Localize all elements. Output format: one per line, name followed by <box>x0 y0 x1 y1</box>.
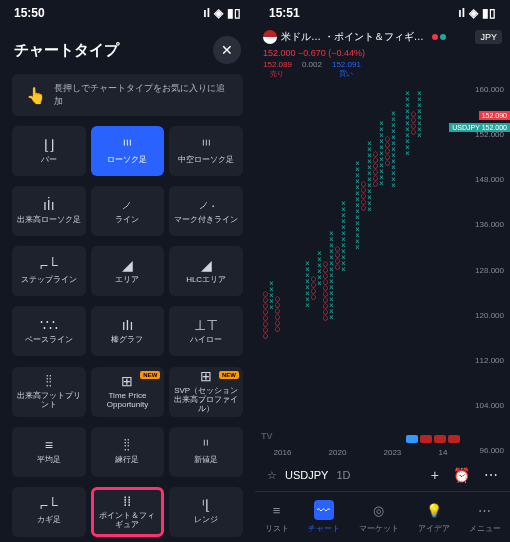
chart-type-11[interactable]: ⊥⊤ハイロー <box>169 306 243 356</box>
chart-type-2[interactable]: ᴵᴵᴵ中空ローソク足 <box>169 126 243 176</box>
type-icon: ≡ <box>45 438 53 452</box>
chart-type-7[interactable]: ◢エリア <box>91 246 165 296</box>
status-bar: 15:51 ıl◈▮▯ <box>255 0 510 26</box>
close-icon: ✕ <box>221 42 233 58</box>
sell-quote[interactable]: 152.089売り <box>263 60 292 79</box>
hint-banner: 👆 長押しでチャートタイプをお気に入りに追加 <box>12 74 243 116</box>
hint-text: 長押しでチャートタイプをお気に入りに追加 <box>54 82 229 108</box>
type-label: HLCエリア <box>184 276 228 285</box>
type-label: 練行足 <box>113 456 141 465</box>
flag-badges <box>406 435 460 443</box>
y-tick: 128.000 <box>468 266 508 275</box>
buy-price: 152.091 <box>332 60 361 69</box>
chart-type-20[interactable]: ᴵ⌊レンジ <box>169 487 243 537</box>
type-label: マーク付きライン <box>172 216 240 225</box>
x-tick: 2023 <box>384 448 402 457</box>
tab-icon: ⋯ <box>475 500 495 520</box>
type-icon: ◢ <box>122 258 133 272</box>
tab-icon: ≡ <box>267 500 287 520</box>
wifi-icon: ◈ <box>214 6 223 20</box>
currency-selector[interactable]: JPY <box>475 30 502 44</box>
type-icon: ᴵᴵ <box>203 438 209 452</box>
y-tick: 160.000 <box>468 85 508 94</box>
sell-label: 売り <box>270 69 284 79</box>
type-icon: ⁞⁞ <box>123 494 131 508</box>
price-change: 152.000 −0.670 (−0.44%) <box>255 48 510 58</box>
quotes-row: 152.089売り 0.002 152.091買い <box>255 58 510 81</box>
chart-type-13[interactable]: NEW⊞Time Price Opportunity <box>91 367 165 417</box>
pnf-column: ××××× <box>269 281 273 311</box>
symbol-row[interactable]: 米ドル… ・ポイント＆フィギ… JPY <box>255 26 510 48</box>
chart-type-19[interactable]: ⁞⁞ポイント＆フィギュア <box>91 487 165 537</box>
pnf-column: ×××××××× <box>305 261 309 309</box>
chart-type-6[interactable]: ⌐└ステップライン <box>12 246 86 296</box>
chart-area[interactable]: 160.000152.000148.000136.000128.000120.0… <box>255 81 510 459</box>
chart-type-1[interactable]: ᴵᴵᴵローソク足 <box>91 126 165 176</box>
time: 15:51 <box>269 6 300 20</box>
chart-type-17[interactable]: ᴵᴵ新値足 <box>169 427 243 477</box>
chart-type-4[interactable]: ⟋ライン <box>91 186 165 236</box>
tab-メニュー[interactable]: ⋯メニュー <box>469 500 501 534</box>
chart-type-8[interactable]: ◢HLCエリア <box>169 246 243 296</box>
type-icon: ⟋ <box>120 198 134 212</box>
type-icon: ⊥⊤ <box>194 318 218 332</box>
type-icon: ıİı <box>43 198 55 212</box>
tab-チャート[interactable]: 〰チャート <box>308 500 340 534</box>
type-label: カギ足 <box>35 516 63 525</box>
type-label: 平均足 <box>35 456 63 465</box>
chart-type-0[interactable]: ⌊⌋バー <box>12 126 86 176</box>
status-icons: ıl◈▮▯ <box>458 6 496 20</box>
tab-icon: 〰 <box>314 500 334 520</box>
chart-type-15[interactable]: ≡平均足 <box>12 427 86 477</box>
type-label: 出来高ローソク足 <box>15 216 83 225</box>
flag-icon <box>420 435 432 443</box>
chart-type-12[interactable]: ⦙⦙出来高フットプリント <box>12 367 86 417</box>
chart-type-grid: ⌊⌋バーᴵᴵᴵローソク足ᴵᴵᴵ中空ローソク足ıİı出来高ローソク足⟋ライン⟋·マ… <box>0 126 255 542</box>
symbol-toolbar: ☆ USDJPY 1D +⏰⋯ <box>255 459 510 491</box>
pnf-column: ○○○○ <box>411 111 415 135</box>
type-label: バー <box>39 156 59 165</box>
tab-アイデア[interactable]: 💡アイデア <box>418 500 450 534</box>
pnf-column: ×××××××××××× <box>341 201 345 273</box>
buy-label: 買い <box>339 69 353 79</box>
alert-icon[interactable]: ⏰ <box>453 467 470 483</box>
tab-リスト[interactable]: ≡リスト <box>265 500 289 534</box>
pnf-column: ○○○○○○○○○○ <box>323 261 327 321</box>
right-screen: 15:51 ıl◈▮▯ 米ドル… ・ポイント＆フィギ… JPY 152.000 … <box>255 0 510 542</box>
tab-icon: 💡 <box>424 500 444 520</box>
tab-icon: ◎ <box>369 500 389 520</box>
star-icon[interactable]: ☆ <box>267 469 277 482</box>
chart-type-14[interactable]: NEW⊞SVP（セッション出来高プロファイル） <box>169 367 243 417</box>
chart-type-10[interactable]: ıIı棒グラフ <box>91 306 165 356</box>
pnf-column: ○○○○○○○○ <box>263 291 267 339</box>
type-icon: ⊞ <box>121 374 133 388</box>
add-button[interactable]: + <box>431 467 439 483</box>
dot-green <box>440 34 446 40</box>
pnf-column: ×××××××××××× <box>367 141 371 213</box>
battery-icon: ▮▯ <box>227 6 241 20</box>
more-icon[interactable]: ⋯ <box>484 467 498 483</box>
pnf-column: ○○○○○ <box>385 136 389 166</box>
type-icon: ⦙⦙ <box>124 438 130 452</box>
tab-label: マーケット <box>359 523 399 534</box>
tab-label: メニュー <box>469 523 501 534</box>
symbol-code[interactable]: USDJPY <box>285 469 328 481</box>
y-tick: 104.000 <box>468 401 508 410</box>
buy-quote[interactable]: 152.091買い <box>332 60 361 79</box>
chart-type-18[interactable]: ⌐└カギ足 <box>12 487 86 537</box>
y-tick: 112.000 <box>468 356 508 365</box>
tab-label: アイデア <box>418 523 450 534</box>
new-badge: NEW <box>219 371 239 379</box>
chart-type-3[interactable]: ıİı出来高ローソク足 <box>12 186 86 236</box>
y-tick: 120.000 <box>468 311 508 320</box>
close-button[interactable]: ✕ <box>213 36 241 64</box>
chart-type-9[interactable]: ∵∴ベースライン <box>12 306 86 356</box>
signal-icon: ıl <box>458 6 465 20</box>
tab-マーケット[interactable]: ◎マーケット <box>359 500 399 534</box>
status-bar: 15:50 ıl◈▮▯ <box>0 0 255 26</box>
timeframe[interactable]: 1D <box>336 469 350 481</box>
chart-type-5[interactable]: ⟋·マーク付きライン <box>169 186 243 236</box>
sell-price: 152.089 <box>263 60 292 69</box>
chart-type-16[interactable]: ⦙⦙練行足 <box>91 427 165 477</box>
left-screen: 15:50 ıl◈▮▯ チャートタイプ ✕ 👆 長押しでチャートタイプをお気に入… <box>0 0 255 542</box>
